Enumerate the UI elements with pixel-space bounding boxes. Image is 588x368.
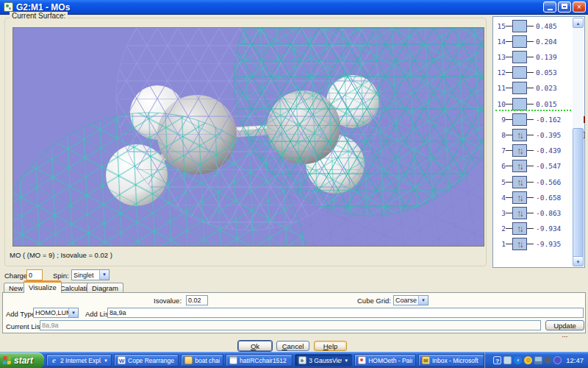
mo-orbital-box[interactable]: ↑↓ (512, 176, 527, 188)
maximize-button[interactable] (558, 1, 571, 13)
mo-orbital-box[interactable]: ↑↓ (512, 191, 527, 204)
add-type-selected-value: HOMO,LUMO (34, 309, 68, 316)
mo-orbital-box[interactable]: ↑↓ (512, 160, 527, 172)
mo-row-4[interactable]: 4↑↓-0.658 (495, 190, 572, 205)
mo-row-6[interactable]: 6↑↓-0.547 (495, 159, 572, 174)
mo-row-15[interactable]: 150.485 (495, 18, 572, 33)
mo-orbital-box[interactable] (512, 66, 527, 79)
mo-row-1[interactable]: 1↑↓-9.935 (495, 237, 572, 252)
mo-connector (506, 26, 512, 26)
mo-row-5[interactable]: 5↑↓-0.566 (495, 174, 572, 189)
dialup-tray-icon[interactable] (543, 355, 553, 365)
mo-row-10[interactable]: 100.015 (495, 96, 572, 111)
bluetooth-tray-icon[interactable]: ‹ (514, 356, 522, 364)
mo-number: 14 (495, 38, 506, 46)
charge-input[interactable] (26, 269, 43, 280)
mo-orbital-box[interactable] (512, 98, 527, 110)
tab-visualize[interactable]: Visualize (24, 280, 62, 293)
mo-orbital-box[interactable]: ↑↓ (512, 144, 527, 157)
molecule-3d-view[interactable] (12, 27, 484, 247)
add-list-input[interactable] (107, 308, 584, 318)
update-button[interactable]: Update ... (545, 320, 584, 330)
taskbar-item-notepad[interactable]: hatIRCchair1512 ... (226, 354, 293, 367)
spin-down-arrow-icon: ↓ (520, 146, 523, 155)
mo-orbital-box[interactable]: ↑↓ (512, 207, 527, 219)
close-button[interactable]: × (573, 1, 586, 13)
taskbar-item-word-document[interactable]: WCope Rearrange... (114, 354, 179, 367)
mo-orbital-box[interactable] (512, 82, 527, 94)
mo-energy-value: 0.204 (536, 38, 557, 46)
taskbar-item-label: boat chair (195, 357, 220, 364)
mo-orbital-box[interactable]: ↑↓ (512, 238, 527, 250)
mo-connector (506, 72, 512, 73)
mo-connector (527, 104, 534, 105)
mo-orbital-box[interactable] (512, 51, 527, 63)
help-tray-icon[interactable]: ? (493, 356, 501, 364)
tab-diagram[interactable]: Diagram (87, 283, 123, 293)
spin-down-arrow-icon: ↓ (520, 208, 523, 218)
mo-row-9[interactable]: 9-0.162 (495, 112, 572, 127)
help-button[interactable]: Help (314, 341, 347, 351)
mo-row-14[interactable]: 140.204 (495, 34, 572, 49)
network-tray-icon[interactable] (534, 356, 542, 364)
taskbar-item-outlook[interactable]: ✉Inbox - Microsoft ... (418, 354, 484, 367)
mo-row-2[interactable]: 2↑↓-9.934 (495, 222, 572, 236)
mo-energy-value: -0.395 (536, 131, 561, 139)
mo-orbital-box[interactable]: ↑↓ (512, 222, 527, 235)
desktop-screen: G2:M1 - MOs × Current Surface: (0, 0, 588, 368)
mo-row-12[interactable]: 120.053 (495, 66, 572, 80)
ok-button[interactable]: Ok (238, 341, 272, 351)
surface-caption: MO ( (MO = 9) ; Isovalue = 0.02 ) (10, 251, 112, 259)
mo-connector (527, 88, 534, 88)
app-tray-icon[interactable] (503, 356, 512, 364)
scroll-up-icon[interactable]: ▲ (573, 18, 584, 28)
internet-explorer-icon: e (50, 356, 58, 364)
mo-row-7[interactable]: 7↑↓-0.439 (495, 144, 572, 158)
taskbar-item-label: HOMOeth - Paint (368, 357, 412, 364)
scrollbar-thumb[interactable] (573, 128, 584, 258)
taskbar-item-label: hatIRCchair1512 ... (240, 357, 289, 364)
mo-number: 10 (495, 100, 506, 108)
mo-row-3[interactable]: 3↑↓-0.863 (495, 205, 572, 220)
isovalue-input[interactable] (186, 295, 208, 305)
taskbar-item-label: Cope Rearrange... (128, 357, 175, 364)
taskbar-item-gaussview[interactable]: 3 GaussView▼ (295, 354, 352, 367)
add-type-select[interactable]: HOMO,LUMO ▼ (33, 308, 79, 318)
cancel-button[interactable]: Cancel (276, 341, 309, 351)
taskbar-item-internet-explorer[interactable]: e2 Internet Expl...▼ (46, 354, 112, 367)
chevron-down-icon[interactable]: ▼ (99, 270, 109, 280)
mo-number: 3 (495, 209, 506, 217)
mo-orbital-box[interactable] (512, 35, 527, 48)
minimize-icon (548, 9, 553, 10)
molecule-3d-scene (13, 28, 484, 246)
mo-connector (506, 88, 512, 88)
isovalue-label: Isovalue: (154, 297, 182, 305)
mo-row-13[interactable]: 130.139 (495, 49, 572, 64)
taskbar-item-paint[interactable]: HOMOeth - Paint (354, 354, 416, 367)
msn-tray-icon[interactable] (553, 356, 562, 364)
start-button[interactable]: start (0, 353, 44, 368)
mo-orbital-box[interactable] (512, 20, 527, 32)
taskbar-item-folder[interactable]: boat chair (181, 354, 223, 367)
taskbar-item-label: Inbox - Microsoft ... (432, 357, 481, 364)
mo-energy-value: 0.015 (536, 100, 557, 108)
mo-panel-scrollbar[interactable]: ▲ ▼ (573, 18, 584, 266)
gaussview-icon (298, 356, 306, 364)
window-titlebar[interactable]: G2:M1 - MOs × (0, 0, 588, 15)
mo-row-8[interactable]: 8↑↓-0.395 (495, 127, 572, 142)
chevron-down-icon[interactable]: ▼ (68, 308, 78, 317)
windows-flag-icon (2, 356, 12, 365)
mo-orbital-box[interactable] (512, 113, 527, 126)
mo-row-11[interactable]: 110.023 (495, 81, 572, 96)
mo-connector (506, 213, 512, 213)
spin-select[interactable]: Singlet ▼ (71, 269, 110, 280)
messenger-tray-icon[interactable]: ☺ (524, 356, 532, 364)
mo-energy-value: -0.566 (536, 178, 561, 186)
mo-connector (527, 135, 534, 135)
scroll-down-icon[interactable]: ▼ (573, 256, 584, 266)
mo-orbital-box[interactable]: ↑↓ (512, 129, 527, 141)
cube-grid-select[interactable]: Coarse ▼ (393, 295, 429, 305)
chevron-down-icon[interactable]: ▼ (418, 296, 428, 305)
outlook-icon: ✉ (422, 356, 430, 364)
minimize-button[interactable] (543, 1, 556, 13)
